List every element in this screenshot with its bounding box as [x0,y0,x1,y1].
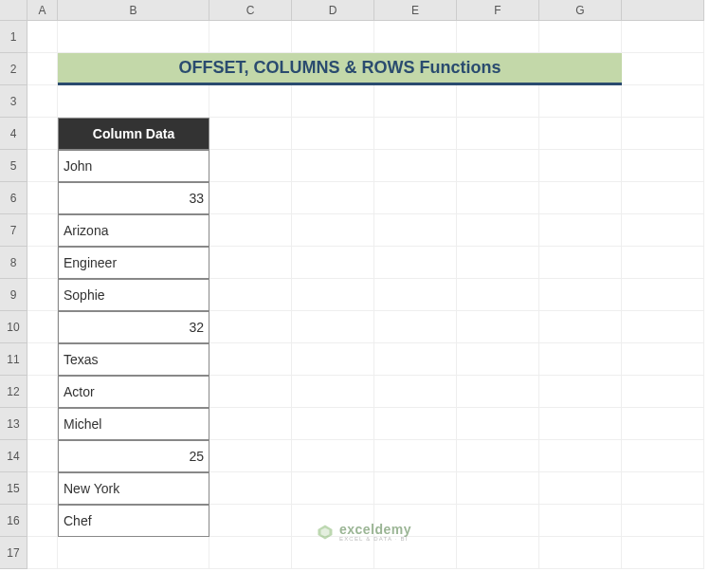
table-row[interactable]: 25 [58,440,209,472]
cell-D3[interactable] [292,85,374,118]
cell-G17[interactable] [539,537,622,569]
cell-G6[interactable] [539,182,622,214]
cell-G7[interactable] [539,214,622,247]
cell-E11[interactable] [374,343,457,376]
cell-E6[interactable] [374,182,457,214]
cell-E13[interactable] [374,408,457,440]
table-row[interactable]: Chef [58,505,209,537]
cell-A17[interactable] [27,537,58,569]
cell-H13[interactable] [622,408,704,440]
row-header-10[interactable]: 10 [0,311,27,343]
cell-C14[interactable] [209,440,292,472]
cell-C7[interactable] [209,214,292,247]
cell-D8[interactable] [292,247,374,279]
cell-B17[interactable] [58,537,209,569]
cell-E15[interactable] [374,472,457,505]
cell-H9[interactable] [622,279,704,311]
cell-D4[interactable] [292,118,374,150]
cell-C4[interactable] [209,118,292,150]
cell-C16[interactable] [209,505,292,537]
cell-D11[interactable] [292,343,374,376]
cell-F14[interactable] [457,440,539,472]
row-header-9[interactable]: 9 [0,279,27,311]
cell-F3[interactable] [457,85,539,118]
cell-G13[interactable] [539,408,622,440]
cell-G1[interactable] [539,21,622,53]
cell-D12[interactable] [292,376,374,408]
cell-G14[interactable] [539,440,622,472]
cell-E7[interactable] [374,214,457,247]
cell-C13[interactable] [209,408,292,440]
cell-F13[interactable] [457,408,539,440]
cell-E14[interactable] [374,440,457,472]
cell-A10[interactable] [27,311,58,343]
cell-A6[interactable] [27,182,58,214]
table-row[interactable]: Texas [58,343,209,376]
cell-G10[interactable] [539,311,622,343]
cell-F5[interactable] [457,150,539,182]
cell-F6[interactable] [457,182,539,214]
cell-H10[interactable] [622,311,704,343]
cell-H1[interactable] [622,21,704,53]
cell-F4[interactable] [457,118,539,150]
cell-G3[interactable] [539,85,622,118]
cell-E4[interactable] [374,118,457,150]
cell-D14[interactable] [292,440,374,472]
cell-E8[interactable] [374,247,457,279]
row-header-7[interactable]: 7 [0,214,27,247]
cell-G5[interactable] [539,150,622,182]
row-header-17[interactable]: 17 [0,537,27,569]
table-row[interactable]: Sophie [58,279,209,311]
col-header-D[interactable]: D [292,0,374,21]
cell-C10[interactable] [209,311,292,343]
cell-C11[interactable] [209,343,292,376]
cell-D7[interactable] [292,214,374,247]
cell-G8[interactable] [539,247,622,279]
row-header-13[interactable]: 13 [0,408,27,440]
cell-F15[interactable] [457,472,539,505]
row-header-2[interactable]: 2 [0,53,27,85]
row-header-1[interactable]: 1 [0,21,27,53]
cell-F1[interactable] [457,21,539,53]
row-header-15[interactable]: 15 [0,472,27,505]
cell-H14[interactable] [622,440,704,472]
cell-H8[interactable] [622,247,704,279]
cell-A13[interactable] [27,408,58,440]
cell-C6[interactable] [209,182,292,214]
cell-D17[interactable] [292,537,374,569]
cell-G11[interactable] [539,343,622,376]
cell-C15[interactable] [209,472,292,505]
col-header-E[interactable]: E [374,0,457,21]
cell-A8[interactable] [27,247,58,279]
cell-F12[interactable] [457,376,539,408]
cell-D1[interactable] [292,21,374,53]
col-header-F[interactable]: F [457,0,539,21]
cell-H4[interactable] [622,118,704,150]
cell-E5[interactable] [374,150,457,182]
cell-C9[interactable] [209,279,292,311]
row-header-12[interactable]: 12 [0,376,27,408]
cell-H16[interactable] [622,505,704,537]
cell-C12[interactable] [209,376,292,408]
cell-D5[interactable] [292,150,374,182]
cell-G9[interactable] [539,279,622,311]
cell-G4[interactable] [539,118,622,150]
cell-F7[interactable] [457,214,539,247]
cell-F11[interactable] [457,343,539,376]
cell-C1[interactable] [209,21,292,53]
col-header-A[interactable]: A [27,0,58,21]
cell-G12[interactable] [539,376,622,408]
cell-D6[interactable] [292,182,374,214]
col-header-G[interactable]: G [539,0,622,21]
cell-A5[interactable] [27,150,58,182]
table-row[interactable]: Arizona [58,214,209,247]
cell-H12[interactable] [622,376,704,408]
table-row[interactable]: Actor [58,376,209,408]
row-header-3[interactable]: 3 [0,85,27,118]
cell-G15[interactable] [539,472,622,505]
cell-A1[interactable] [27,21,58,53]
cell-A4[interactable] [27,118,58,150]
cell-H7[interactable] [622,214,704,247]
table-row[interactable]: New York [58,472,209,505]
cell-B3[interactable] [58,85,209,118]
